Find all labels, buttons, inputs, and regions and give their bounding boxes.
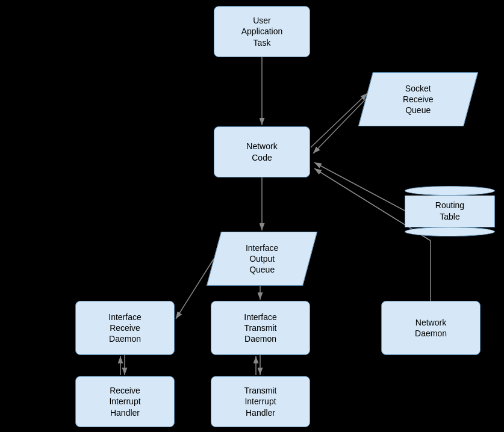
svg-line-6: [314, 162, 405, 211]
user-app-label: User Application Task: [241, 15, 283, 48]
socket-receive-queue-label: SocketReceiveQueue: [403, 83, 434, 116]
network-code: Network Code: [214, 126, 310, 177]
receive-interrupt-handler-label: ReceiveInterruptHandler: [109, 385, 140, 418]
transmit-interrupt-handler-label: TransmitInterruptHandler: [244, 385, 277, 418]
network-daemon: NetworkDaemon: [381, 301, 481, 355]
interface-transmit-daemon: InterfaceTransmitDaemon: [211, 301, 310, 355]
receive-interrupt-handler: ReceiveInterruptHandler: [75, 376, 175, 427]
interface-receive-daemon: InterfaceReceiveDaemon: [75, 301, 175, 355]
routing-table-label: RoutingTable: [435, 200, 464, 221]
network-code-label: Network Code: [246, 141, 277, 162]
network-daemon-label: NetworkDaemon: [415, 317, 447, 339]
svg-line-5: [311, 93, 367, 147]
socket-receive-queue: SocketReceiveQueue: [358, 72, 478, 126]
svg-line-14: [176, 259, 214, 319]
diagram-container: User Application Task Network Code Socke…: [0, 0, 504, 432]
routing-table: RoutingTable: [405, 185, 495, 236]
interface-receive-daemon-label: InterfaceReceiveDaemon: [108, 312, 141, 345]
interface-transmit-daemon-label: InterfaceTransmitDaemon: [244, 312, 276, 345]
user-application-task: User Application Task: [214, 6, 310, 57]
transmit-interrupt-handler: TransmitInterruptHandler: [211, 376, 310, 427]
interface-output-queue: InterfaceOutputQueue: [207, 232, 317, 286]
interface-output-queue-label: InterfaceOutputQueue: [246, 242, 278, 276]
svg-line-4: [313, 99, 366, 153]
